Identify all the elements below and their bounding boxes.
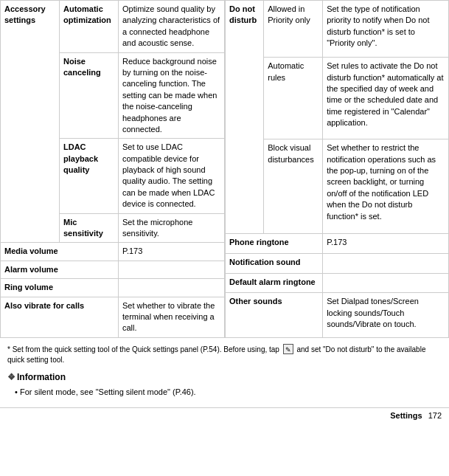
mic-sensitivity-desc: Set the microphone sensitivity. [119,213,225,243]
vibrate-calls-label: Also vibrate for calls [1,297,119,337]
priority-only-desc: Set the type of notification priority to… [323,1,449,58]
footer-settings-label: Settings [390,411,422,420]
block-visual-desc: Set whether to restrict the notification… [323,139,449,234]
ring-volume-label: Ring volume [1,279,119,297]
auto-opt-desc: Optimize sound quality by analyzing char… [119,1,225,53]
ldac-header: LDAC playback quality [60,139,119,213]
table-row: Media volume P.173 [1,243,225,261]
edit-icon: ✎ [283,344,293,354]
media-volume-label: Media volume [1,243,119,261]
auto-rules-header: Automatic rules [264,58,323,139]
ring-volume-desc [119,279,225,297]
notification-sound-label: Notification sound [226,253,323,273]
table-row: Alarm volume [1,261,225,278]
table-row: Phone ringtone P.173 [226,234,449,254]
other-sounds-desc: Set Dialpad tones/Screen locking sounds/… [323,293,449,338]
info-title-text: Information [17,372,66,382]
auto-opt-header: Automatic optimization [60,1,119,53]
media-volume-desc: P.173 [119,243,225,261]
noise-cancel-desc: Reduce background noise by turning on th… [119,52,225,139]
ldac-desc: Set to use LDAC compatible device for pl… [119,139,225,213]
right-table: Do not disturb Allowed in Priority only … [225,0,449,338]
info-section: ❖Information • For silent mode, see "Set… [7,371,442,399]
noise-cancel-header: Noise canceling [60,52,119,139]
footer-page-number: 172 [428,411,442,420]
other-sounds-label: Other sounds [226,293,323,338]
table-row: Do not disturb Allowed in Priority only … [226,1,449,58]
main-content: Accessory settings Automatic optimizatio… [0,0,449,338]
bottom-section: * Set from the quick setting tool of the… [0,338,449,404]
alarm-volume-label: Alarm volume [1,261,119,278]
asterisk-symbol: * [7,345,13,353]
notification-sound-desc [323,253,449,273]
vibrate-calls-desc: Set whether to vibrate the terminal when… [119,297,225,337]
table-row: Default alarm ringtone [226,273,449,293]
info-title: ❖Information [7,371,442,384]
accessory-settings-header: Accessory settings [1,1,60,243]
table-row: Also vibrate for calls Set whether to vi… [1,297,225,337]
table-row: Notification sound [226,253,449,273]
footer: Settings 172 [0,407,449,423]
dnd-header: Do not disturb [226,1,264,234]
info-bullet-text: For silent mode, see "Setting silent mod… [20,387,196,396]
alarm-volume-desc [119,261,225,278]
footnote-text: Set from the quick setting tool of the Q… [13,345,282,353]
table-row: Other sounds Set Dialpad tones/Screen lo… [226,293,449,338]
page-container: Accessory settings Automatic optimizatio… [0,0,449,423]
default-alarm-desc [323,273,449,293]
block-visual-header: Block visual disturbances [264,139,323,234]
default-alarm-label: Default alarm ringtone [226,273,323,293]
phone-ringtone-label: Phone ringtone [226,234,323,254]
left-table: Accessory settings Automatic optimizatio… [0,0,225,338]
priority-only-header: Allowed in Priority only [264,1,323,58]
footnote: * Set from the quick setting tool of the… [7,344,442,365]
diamond-icon: ❖ [7,372,15,382]
info-bullet: • For silent mode, see "Setting silent m… [7,387,442,398]
mic-sensitivity-header: Mic sensitivity [60,213,119,243]
phone-ringtone-desc: P.173 [323,234,449,254]
bullet-symbol: • [15,387,20,396]
table-row: Accessory settings Automatic optimizatio… [1,1,225,53]
table-row: Ring volume [1,279,225,297]
auto-rules-desc: Set rules to activate the Do not disturb… [323,58,449,139]
